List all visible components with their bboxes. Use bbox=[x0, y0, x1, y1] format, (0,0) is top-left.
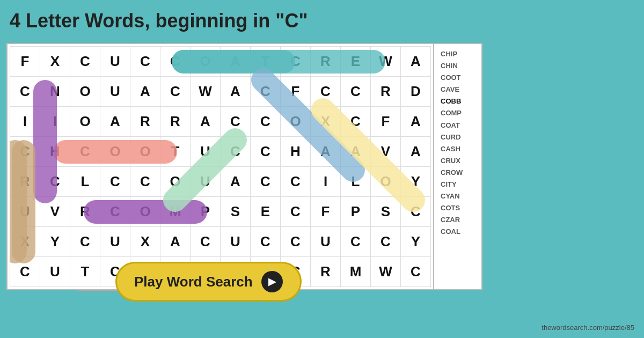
word-list-item: COAL bbox=[441, 226, 475, 238]
word-list-item: CASH bbox=[441, 143, 475, 155]
play-button-label: Play Word Search bbox=[134, 274, 253, 290]
grid-cell: C bbox=[130, 167, 160, 197]
grid-cell: M bbox=[160, 197, 191, 227]
grid-cell: C bbox=[100, 197, 130, 227]
grid-cell: O bbox=[130, 137, 160, 167]
word-list-item: CHIP bbox=[441, 48, 475, 60]
grid-cell: A bbox=[191, 107, 221, 137]
grid-cell: O bbox=[100, 137, 130, 167]
grid-cell: C bbox=[281, 197, 311, 227]
grid-cell: S bbox=[371, 197, 401, 227]
grid-cell: U bbox=[221, 227, 251, 257]
grid-cell: C bbox=[70, 227, 100, 257]
grid-cell: R bbox=[10, 167, 40, 197]
grid-cell: A bbox=[401, 47, 431, 77]
grid-cell: P bbox=[191, 197, 221, 227]
grid-cell: I bbox=[40, 107, 70, 137]
word-list-item: COMP bbox=[441, 107, 475, 119]
word-list-item: CZAR bbox=[441, 214, 475, 226]
word-list-item: COTS bbox=[441, 202, 475, 214]
grid-cell: F bbox=[371, 107, 401, 137]
grid-cell: C bbox=[251, 227, 281, 257]
grid-cell: O bbox=[281, 107, 311, 137]
grid-cell: C bbox=[160, 47, 191, 77]
grid-cell: R bbox=[311, 257, 341, 287]
grid-cell: A bbox=[130, 77, 160, 107]
grid-cell: C bbox=[401, 257, 431, 287]
grid-cell: C bbox=[10, 77, 40, 107]
grid-cell: T bbox=[70, 257, 100, 287]
grid-cell: V bbox=[371, 137, 401, 167]
grid-cell: T bbox=[251, 47, 281, 77]
grid-cell: A bbox=[221, 77, 251, 107]
grid-cell: C bbox=[251, 77, 281, 107]
grid-cell: C bbox=[10, 137, 40, 167]
grid-cell: R bbox=[130, 107, 160, 137]
grid-cell: E bbox=[251, 197, 281, 227]
grid-cell: U bbox=[40, 257, 70, 287]
play-icon: ▶ bbox=[261, 271, 283, 292]
word-list-item: CYAN bbox=[441, 190, 475, 202]
grid-cell: C bbox=[130, 47, 160, 77]
grid-cell: C bbox=[251, 137, 281, 167]
grid-cell: A bbox=[221, 167, 251, 197]
grid-cell: U bbox=[100, 77, 130, 107]
grid-cell: O bbox=[130, 197, 160, 227]
word-list-item: COOT bbox=[441, 72, 475, 84]
grid-cell: C bbox=[341, 77, 371, 107]
grid-cell: W bbox=[191, 77, 221, 107]
grid-cell: C bbox=[341, 227, 371, 257]
grid-cell: W bbox=[371, 257, 401, 287]
grid-cell: C bbox=[281, 227, 311, 257]
grid-cell: O bbox=[70, 107, 100, 137]
word-list-item: CAVE bbox=[441, 84, 475, 95]
grid-cell: I bbox=[10, 107, 40, 137]
grid-cell: R bbox=[371, 77, 401, 107]
grid-cell: R bbox=[311, 47, 341, 77]
word-list-item: CURD bbox=[441, 131, 475, 143]
grid-cell: X bbox=[40, 47, 70, 77]
grid-cell: O bbox=[371, 167, 401, 197]
grid-cell: T bbox=[160, 137, 191, 167]
grid-cell: C bbox=[251, 107, 281, 137]
grid-cell: D bbox=[401, 77, 431, 107]
grid-cell: C bbox=[251, 167, 281, 197]
grid-cell: C bbox=[281, 167, 311, 197]
word-list-item: CHIN bbox=[441, 60, 475, 72]
grid-cell: H bbox=[281, 137, 311, 167]
grid-cell: A bbox=[160, 227, 191, 257]
grid-cell: A bbox=[341, 137, 371, 167]
grid-cell: X bbox=[10, 227, 40, 257]
grid-cell: Y bbox=[40, 227, 70, 257]
play-word-search-button[interactable]: Play Word Search ▶ bbox=[115, 262, 302, 302]
grid-cell: R bbox=[160, 107, 191, 137]
grid-cell: H bbox=[40, 137, 70, 167]
word-search-grid: FXCUCCOATCREWACNOUACWACFCCRDIIOARRACCOXC… bbox=[6, 43, 434, 290]
grid-cell: C bbox=[70, 47, 100, 77]
grid-cell: U bbox=[100, 227, 130, 257]
grid-cell: X bbox=[311, 107, 341, 137]
grid-cell: C bbox=[311, 77, 341, 107]
grid-cell: W bbox=[371, 47, 401, 77]
word-list-item: CRUX bbox=[441, 155, 475, 167]
grid-cell: C bbox=[401, 197, 431, 227]
word-search-table: FXCUCCOATCREWACNOUACWACFCCRDIIOARRACCOXC… bbox=[10, 46, 431, 287]
word-list-panel: CHIPCHINCOOTCAVECOBBCOMPCOATCURDCASHCRUX… bbox=[434, 43, 482, 290]
footer-url: thewordsearch.com/puzzle/85 bbox=[541, 324, 634, 332]
page-title: 4 Letter Words, beginning in "C" bbox=[10, 10, 308, 32]
grid-cell: A bbox=[401, 137, 431, 167]
grid-cell: A bbox=[311, 137, 341, 167]
grid-cell: C bbox=[221, 137, 251, 167]
grid-cell: U bbox=[100, 47, 130, 77]
word-list-item: CITY bbox=[441, 179, 475, 190]
grid-cell: Y bbox=[401, 227, 431, 257]
grid-cell: F bbox=[10, 47, 40, 77]
grid-cell: O bbox=[70, 77, 100, 107]
grid-cell: O bbox=[160, 167, 191, 197]
grid-cell: S bbox=[221, 197, 251, 227]
grid-cell: C bbox=[10, 257, 40, 287]
grid-cell: C bbox=[100, 167, 130, 197]
grid-cell: C bbox=[40, 167, 70, 197]
grid-cell: R bbox=[70, 197, 100, 227]
grid-cell: P bbox=[341, 197, 371, 227]
